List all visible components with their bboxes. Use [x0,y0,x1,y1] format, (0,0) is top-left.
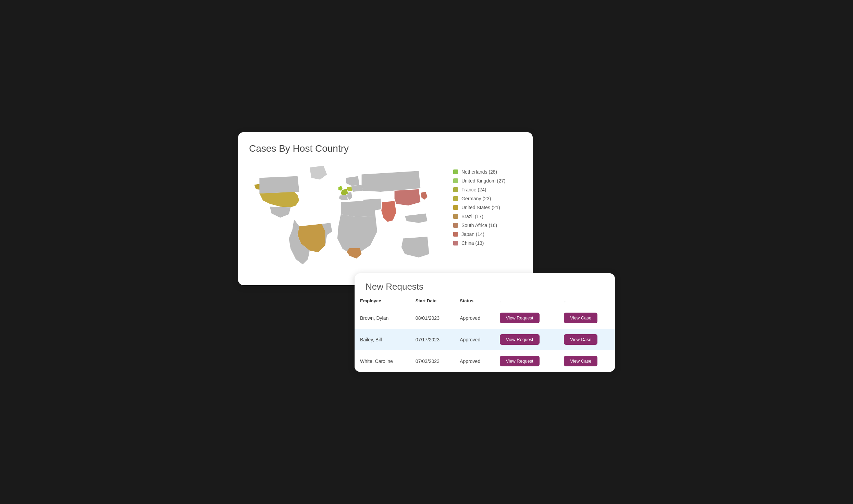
cell-status-1: Approved [454,329,494,350]
cell-status-0: Approved [454,307,494,329]
canada-shape [259,176,299,193]
legend-label-usa: United States (21) [461,205,500,210]
legend-label-japan: Japan (14) [461,231,484,237]
legend-dot-south_africa [453,223,458,228]
view-request-button-0[interactable]: View Request [500,313,540,323]
middle-east-shape [363,199,382,211]
legend-item-usa: United States (21) [453,205,522,210]
cell-employee-0: Brown, Dylan [355,307,410,329]
e-europe-shape [351,185,362,192]
legend-label-france: France (24) [461,187,486,192]
cell-employee-2: White, Caroline [355,350,410,372]
legend-item-japan: Japan (14) [453,231,522,237]
legend-dot-usa [453,205,458,210]
col-status: Status [454,295,494,307]
legend-label-south_africa: South Africa (16) [461,223,497,228]
col-action2: .. [558,295,615,307]
cell-viewcase-2: View Case [558,350,615,372]
cell-startdate-0: 08/01/2023 [410,307,454,329]
cell-startdate-2: 07/03/2023 [410,350,454,372]
view-request-button-1[interactable]: View Request [500,334,540,345]
legend-dot-france [453,187,458,192]
col-startdate: Start Date [410,295,454,307]
legend-label-germany: Germany (23) [461,196,491,201]
legend-item-germany: Germany (23) [453,196,522,201]
legend-dot-netherlands [453,169,458,174]
legend-dot-japan [453,232,458,237]
cell-viewcase-0: View Case [558,307,615,329]
world-map [249,162,440,274]
cell-viewrequest-2: View Request [494,350,559,372]
legend-label-china: China (13) [461,240,484,246]
requests-card: New Requests Employee Start Date Status … [355,273,615,372]
map-card-title: Cases By Host Country [249,143,522,154]
legend-item-france: France (24) [453,187,522,192]
legend-item-china: China (13) [453,240,522,246]
cell-status-2: Approved [454,350,494,372]
requests-table: Employee Start Date Status . .. Brown, D… [355,295,615,372]
legend-item-uk: United Kingdom (27) [453,178,522,184]
col-action1: . [494,295,559,307]
legend-dot-china [453,241,458,245]
view-case-button-0[interactable]: View Case [564,313,597,323]
table-row: Bailey, Bill 07/17/2023 Approved View Re… [355,329,615,350]
view-case-button-2[interactable]: View Case [564,356,597,366]
map-legend: Netherlands (28) United Kingdom (27) Fra… [453,162,522,249]
col-employee: Employee [355,295,410,307]
legend-dot-germany [453,196,458,201]
map-content: Netherlands (28) United Kingdom (27) Fra… [249,162,522,274]
legend-dot-brazil [453,214,458,219]
cell-viewrequest-0: View Request [494,307,559,329]
legend-label-uk: United Kingdom (27) [461,178,505,184]
legend-label-brazil: Brazil (17) [461,214,483,219]
cell-startdate-1: 07/17/2023 [410,329,454,350]
table-header-row: Employee Start Date Status . .. [355,295,615,307]
cell-viewrequest-1: View Request [494,329,559,350]
legend-item-brazil: Brazil (17) [453,214,522,219]
dashboard-container: Cases By Host Country [238,132,615,372]
view-case-button-1[interactable]: View Case [564,334,597,345]
russia-shape [362,171,421,192]
legend-dot-uk [453,178,458,183]
requests-title: New Requests [355,273,615,295]
map-card: Cases By Host Country [238,132,533,285]
table-row: White, Caroline 07/03/2023 Approved View… [355,350,615,372]
legend-item-netherlands: Netherlands (28) [453,169,522,175]
legend-label-netherlands: Netherlands (28) [461,169,497,175]
table-row: Brown, Dylan 08/01/2023 Approved View Re… [355,307,615,329]
legend-item-south_africa: South Africa (16) [453,223,522,228]
cell-viewcase-1: View Case [558,329,615,350]
cell-employee-1: Bailey, Bill [355,329,410,350]
china-shape [395,189,421,206]
view-request-button-2[interactable]: View Request [500,356,540,366]
